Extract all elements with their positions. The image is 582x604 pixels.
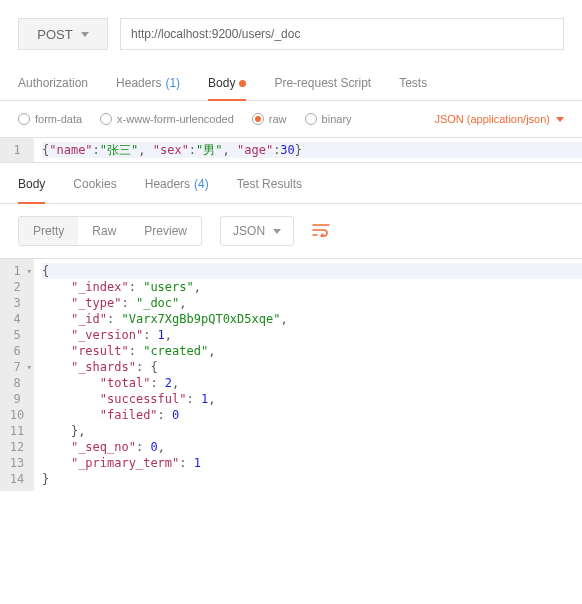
- chevron-down-icon: [81, 32, 89, 37]
- code-line: "_seq_no": 0,: [42, 439, 574, 455]
- line-number: 7: [0, 359, 34, 375]
- line-number: 13: [0, 455, 34, 471]
- line-number: 3: [0, 295, 34, 311]
- request-body-editor[interactable]: 1 {"name":"张三", "sex":"男", "age":30}: [0, 137, 582, 162]
- view-mode-group: Pretty Raw Preview: [18, 216, 202, 246]
- line-number: 10: [0, 407, 34, 423]
- code-line: "_version": 1,: [42, 327, 574, 343]
- code-area[interactable]: { "_index": "users", "_type": "_doc", "_…: [34, 259, 582, 491]
- content-type-select[interactable]: JSON (application/json): [434, 113, 564, 125]
- radio-form-data[interactable]: form-data: [18, 113, 82, 125]
- response-body-editor[interactable]: 1 2 3 4 5 6 7 8 9 10 11 12 13 14 { "_ind…: [0, 258, 582, 491]
- code-area[interactable]: {"name":"张三", "sex":"男", "age":30}: [34, 138, 582, 162]
- method-label: POST: [37, 27, 72, 42]
- line-number: 2: [0, 279, 34, 295]
- url-input[interactable]: http://localhost:9200/users/_doc: [120, 18, 564, 50]
- radio-icon: [100, 113, 112, 125]
- resp-tab-headers[interactable]: Headers (4): [145, 177, 209, 203]
- gutter: 1: [0, 138, 34, 162]
- line-number: 6: [0, 343, 34, 359]
- chevron-down-icon: [556, 117, 564, 122]
- chevron-down-icon: [273, 229, 281, 234]
- code-line: "failed": 0: [42, 407, 574, 423]
- response-toolbar: Pretty Raw Preview JSON: [0, 204, 582, 258]
- radio-icon: [18, 113, 30, 125]
- line-number: 9: [0, 391, 34, 407]
- tab-tests[interactable]: Tests: [399, 66, 427, 100]
- code-line: "result": "created",: [42, 343, 574, 359]
- lang-select[interactable]: JSON: [220, 216, 294, 246]
- line-number: 4: [0, 311, 34, 327]
- request-tabs: Authorization Headers (1) Body Pre-reque…: [0, 66, 582, 101]
- code-line: "_primary_term": 1: [42, 455, 574, 471]
- code-line: "_id": "Varx7XgBb9pQT0xD5xqe",: [42, 311, 574, 327]
- code-line: }: [42, 471, 574, 487]
- resp-tab-body[interactable]: Body: [18, 177, 45, 203]
- method-select[interactable]: POST: [18, 18, 108, 50]
- tab-prerequest[interactable]: Pre-request Script: [274, 66, 371, 100]
- line-number: 8: [0, 375, 34, 391]
- raw-button[interactable]: Raw: [78, 217, 130, 245]
- wrap-line-button[interactable]: [306, 217, 336, 246]
- code-line: {: [42, 263, 582, 279]
- gutter: 1 2 3 4 5 6 7 8 9 10 11 12 13 14: [0, 259, 34, 491]
- code-line: "_index": "users",: [42, 279, 574, 295]
- preview-button[interactable]: Preview: [130, 217, 201, 245]
- radio-icon: [305, 113, 317, 125]
- code-line: "successful": 1,: [42, 391, 574, 407]
- wrap-icon: [312, 223, 330, 237]
- code-line: "total": 2,: [42, 375, 574, 391]
- response-tabs: Body Cookies Headers (4) Test Results: [0, 163, 582, 204]
- dot-icon: [239, 80, 246, 87]
- code-line: },: [42, 423, 574, 439]
- radio-icon: [252, 113, 264, 125]
- tab-body[interactable]: Body: [208, 66, 246, 100]
- code-line: {"name":"张三", "sex":"男", "age":30}: [42, 142, 582, 158]
- tab-headers[interactable]: Headers (1): [116, 66, 180, 100]
- pretty-button[interactable]: Pretty: [19, 217, 78, 245]
- request-bar: POST http://localhost:9200/users/_doc: [0, 0, 582, 66]
- line-number: 12: [0, 439, 34, 455]
- body-type-row: form-data x-www-form-urlencoded raw bina…: [0, 101, 582, 137]
- code-line: "_shards": {: [42, 359, 574, 375]
- line-number: 5: [0, 327, 34, 343]
- line-number: 11: [0, 423, 34, 439]
- url-text: http://localhost:9200/users/_doc: [131, 27, 300, 41]
- radio-urlencoded[interactable]: x-www-form-urlencoded: [100, 113, 234, 125]
- resp-tab-cookies[interactable]: Cookies: [73, 177, 116, 203]
- radio-raw[interactable]: raw: [252, 113, 287, 125]
- radio-binary[interactable]: binary: [305, 113, 352, 125]
- line-number: 14: [0, 471, 34, 487]
- tab-authorization[interactable]: Authorization: [18, 66, 88, 100]
- line-number: 1: [0, 263, 34, 279]
- line-number: 1: [0, 142, 34, 158]
- resp-tab-testresults[interactable]: Test Results: [237, 177, 302, 203]
- code-line: "_type": "_doc",: [42, 295, 574, 311]
